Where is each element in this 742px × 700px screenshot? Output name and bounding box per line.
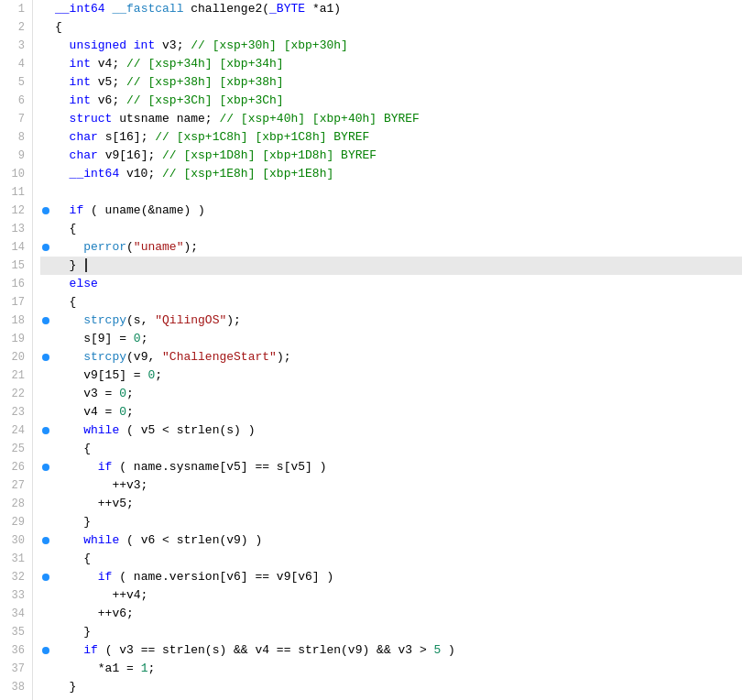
breakpoint-dot-20 — [42, 354, 49, 361]
code-text-36: if ( v3 == strlen(s) && v4 == strlen(v9)… — [51, 641, 742, 660]
code-line-22: v3 = 0; — [40, 385, 742, 403]
line-number-39: 39 — [4, 696, 25, 700]
line-number-15: 15 — [4, 257, 25, 275]
code-text-22: v3 = 0; — [51, 385, 742, 403]
line-number-25: 25 — [4, 440, 25, 458]
line-number-10: 10 — [4, 165, 25, 183]
code-text-19: s[9] = 0; — [51, 330, 742, 348]
code-text-2: { — [51, 18, 742, 37]
code-line-15: } — [40, 257, 742, 275]
code-line-17: { — [40, 293, 742, 312]
line-number-9: 9 — [4, 147, 25, 165]
code-line-23: v4 = 0; — [40, 403, 742, 421]
code-line-13: { — [40, 220, 742, 238]
code-text-29: } — [51, 513, 742, 531]
line-number-34: 34 — [4, 605, 25, 623]
breakpoint-dot-30 — [42, 537, 49, 544]
code-line-3: unsigned int v3; // [xsp+30h] [xbp+30h] — [40, 37, 742, 55]
breakpoint-dot-12 — [42, 207, 49, 214]
code-line-26: if ( name.sysname[v5] == s[v5] ) — [40, 458, 742, 476]
code-editor: 1234567891011121314151617181920212223242… — [0, 0, 742, 700]
code-line-32: if ( name.version[v6] == v9[v6] ) — [40, 568, 742, 586]
line-number-13: 13 — [4, 220, 25, 238]
breakpoint-col-26 — [40, 464, 51, 471]
code-line-36: if ( v3 == strlen(s) && v4 == strlen(v9)… — [40, 641, 742, 660]
line-number-22: 22 — [4, 385, 25, 403]
line-number-30: 30 — [4, 531, 25, 550]
code-line-14: perror("uname"); — [40, 238, 742, 257]
code-text-32: if ( name.version[v6] == v9[v6] ) — [51, 568, 742, 586]
code-line-10: __int64 v10; // [xsp+1E8h] [xbp+1E8h] — [40, 165, 742, 183]
code-content-area[interactable]: __int64 __fastcall challenge2(_BYTE *a1)… — [33, 0, 742, 700]
code-text-26: if ( name.sysname[v5] == s[v5] ) — [51, 458, 742, 476]
line-number-3: 3 — [4, 37, 25, 55]
breakpoint-dot-26 — [42, 464, 49, 471]
code-text-13: { — [51, 220, 742, 238]
code-text-1: __int64 __fastcall challenge2(_BYTE *a1) — [51, 0, 742, 18]
code-text-20: strcpy(v9, "ChallengeStart"); — [51, 348, 742, 366]
code-text-8: char s[16]; // [xsp+1C8h] [xbp+1C8h] BYR… — [51, 128, 742, 147]
code-text-7: struct utsname name; // [xsp+40h] [xbp+4… — [51, 110, 742, 128]
breakpoint-dot-18 — [42, 317, 49, 324]
code-line-25: { — [40, 440, 742, 458]
line-number-20: 20 — [4, 348, 25, 366]
code-text-21: v9[15] = 0; — [51, 366, 742, 385]
code-text-17: { — [51, 293, 742, 312]
code-line-8: char s[16]; // [xsp+1C8h] [xbp+1C8h] BYR… — [40, 128, 742, 147]
line-number-11: 11 — [4, 183, 25, 202]
line-number-14: 14 — [4, 238, 25, 257]
line-number-37: 37 — [4, 660, 25, 678]
code-text-37: *a1 = 1; — [51, 660, 742, 678]
code-text-15: } — [51, 257, 742, 275]
code-line-24: while ( v5 < strlen(s) ) — [40, 421, 742, 440]
line-number-16: 16 — [4, 275, 25, 293]
line-number-4: 4 — [4, 55, 25, 73]
breakpoint-col-32 — [40, 574, 51, 581]
code-text-4: int v4; // [xsp+34h] [xbp+34h] — [51, 55, 742, 73]
code-line-1: __int64 __fastcall challenge2(_BYTE *a1) — [40, 0, 742, 18]
line-number-24: 24 — [4, 421, 25, 440]
line-number-31: 31 — [4, 550, 25, 568]
breakpoint-col-24 — [40, 427, 51, 434]
code-text-24: while ( v5 < strlen(s) ) — [51, 421, 742, 440]
code-text-18: strcpy(s, "QilingOS"); — [51, 312, 742, 330]
line-number-23: 23 — [4, 403, 25, 421]
code-line-12: if ( uname(&name) ) — [40, 202, 742, 220]
breakpoint-dot-32 — [42, 574, 49, 581]
code-text-25: { — [51, 440, 742, 458]
code-text-30: while ( v6 < strlen(v9) ) — [51, 531, 742, 550]
line-number-1: 1 — [4, 0, 25, 18]
code-text-9: char v9[16]; // [xsp+1D8h] [xbp+1D8h] BY… — [51, 147, 742, 165]
breakpoint-col-30 — [40, 537, 51, 544]
code-text-5: int v5; // [xsp+38h] [xbp+38h] — [51, 73, 742, 92]
line-number-18: 18 — [4, 312, 25, 330]
code-line-37: *a1 = 1; — [40, 660, 742, 678]
line-number-21: 21 — [4, 366, 25, 385]
line-number-5: 5 — [4, 73, 25, 92]
breakpoint-col-12 — [40, 207, 51, 214]
code-text-10: __int64 v10; // [xsp+1E8h] [xbp+1E8h] — [51, 165, 742, 183]
code-line-2: { — [40, 18, 742, 37]
breakpoint-col-36 — [40, 647, 51, 654]
code-text-12: if ( uname(&name) ) — [51, 202, 742, 220]
line-number-29: 29 — [4, 513, 25, 531]
code-text-27: ++v3; — [51, 476, 742, 495]
code-line-33: ++v4; — [40, 586, 742, 605]
code-text-34: ++v6; — [51, 605, 742, 623]
code-line-20: strcpy(v9, "ChallengeStart"); — [40, 348, 742, 366]
line-number-35: 35 — [4, 623, 25, 641]
code-line-30: while ( v6 < strlen(v9) ) — [40, 531, 742, 550]
code-text-3: unsigned int v3; // [xsp+30h] [xbp+30h] — [51, 37, 742, 55]
code-line-9: char v9[16]; // [xsp+1D8h] [xbp+1D8h] BY… — [40, 147, 742, 165]
code-text-39: return v10 ^ _stack_chk_guard; — [51, 696, 742, 700]
code-line-18: strcpy(s, "QilingOS"); — [40, 312, 742, 330]
line-number-19: 19 — [4, 330, 25, 348]
code-line-38: } — [40, 678, 742, 696]
code-line-34: ++v6; — [40, 605, 742, 623]
line-number-6: 6 — [4, 92, 25, 110]
breakpoint-dot-24 — [42, 427, 49, 434]
code-text-16: else — [51, 275, 742, 293]
breakpoint-col-20 — [40, 354, 51, 361]
line-number-8: 8 — [4, 128, 25, 147]
line-number-12: 12 — [4, 202, 25, 220]
